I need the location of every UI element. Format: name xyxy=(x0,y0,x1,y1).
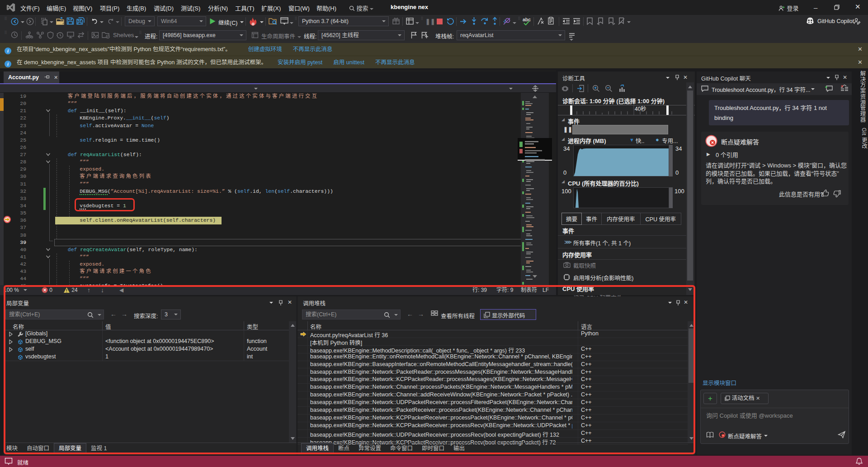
svg-text:40秒: 40秒 xyxy=(635,106,646,112)
